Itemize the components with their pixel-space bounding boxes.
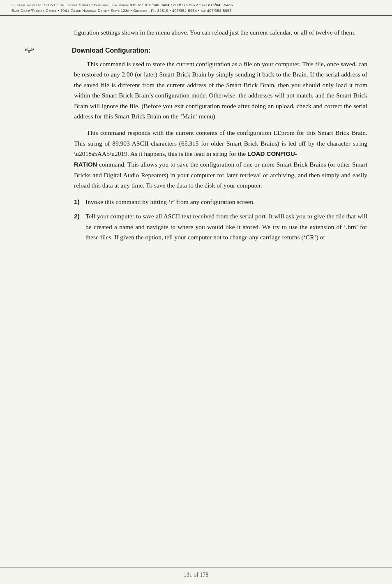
- list-content-2: Tell your computer to save all ASCII tex…: [85, 211, 367, 243]
- page-header: Gilderfluke & Co. • 205 South Flower Str…: [0, 0, 392, 16]
- load-config-bold-text: LOAD CONFIGU-RATION: [74, 150, 297, 168]
- list-num-2: 2): [74, 211, 84, 222]
- page-footer: 131 of 178: [0, 567, 392, 584]
- section-paragraph-1: This command is used to store the curren…: [74, 59, 367, 122]
- list-item-1: 1) Invoke this command by hitting ‘r’ fr…: [74, 197, 367, 207]
- section-download-config: “r” Download Configuration: This command…: [25, 47, 367, 243]
- header-line-1: Gilderfluke & Co. • 205 South Flower Str…: [12, 2, 380, 8]
- intro-paragraph: figuration settings shown in the menu ab…: [74, 27, 367, 38]
- section-paragraph-2: This command responds with the current c…: [74, 127, 367, 191]
- section-key: “r”: [25, 47, 72, 55]
- section-body: This command is used to store the curren…: [74, 59, 367, 243]
- list-num-1: 1): [74, 197, 84, 207]
- intro-text: figuration settings shown in the menu ab…: [74, 29, 355, 36]
- section-heading: “r” Download Configuration:: [25, 47, 367, 55]
- page-content: figuration settings shown in the menu ab…: [0, 16, 392, 567]
- numbered-list: 1) Invoke this command by hitting ‘r’ fr…: [74, 197, 367, 243]
- section-title: Download Configuration:: [72, 47, 150, 54]
- page-container: Gilderfluke & Co. • 205 South Flower Str…: [0, 0, 392, 584]
- header-line-2: East Coast/Florida Office • 7041 Grand N…: [12, 8, 380, 14]
- page-number: 131 of 178: [184, 572, 209, 578]
- list-item-2: 2) Tell your computer to save all ASCII …: [74, 211, 367, 243]
- list-content-1: Invoke this command by hitting ‘r’ from …: [85, 197, 367, 207]
